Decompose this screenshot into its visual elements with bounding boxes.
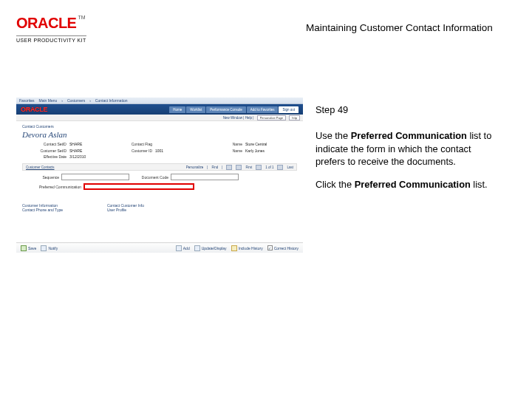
update-icon: [194, 245, 200, 251]
history-button[interactable]: Include History: [231, 245, 263, 251]
preferred-communication-list[interactable]: [83, 183, 194, 190]
next-icon[interactable]: [277, 165, 283, 170]
prev-icon[interactable]: [256, 165, 262, 170]
app-brand: ORACLE: [21, 106, 47, 113]
update-button[interactable]: Update/Display: [194, 245, 227, 251]
doccode-input[interactable]: [171, 174, 239, 180]
person-name: Devora Aslan: [22, 130, 297, 139]
nav-tabs: Home Worklist Performance Console Add to…: [169, 106, 299, 113]
sequence-label: Sequence: [22, 175, 59, 180]
pref-comm-label: Preferred Communication: [22, 185, 81, 189]
detail-grid: Contact SetIDSHARE Contact Flag NameStor…: [22, 142, 297, 153]
app-navbar: ORACLE Home Worklist Performance Console…: [16, 104, 303, 115]
form-row-2: Preferred Communication: [22, 183, 297, 190]
info-columns: Customer Information Contact Phone and T…: [22, 203, 297, 212]
tab-performance[interactable]: Performance Console: [206, 106, 246, 113]
doccode-label: Document Code: [132, 175, 168, 180]
add-button[interactable]: Add: [176, 245, 190, 251]
grid-toolbar: Customer Contacts Personalize | Find | F…: [22, 163, 297, 171]
grid-icon[interactable]: [226, 165, 232, 170]
tab-worklist[interactable]: Worklist: [186, 106, 205, 113]
effective-date: Effective Date 3/12/2010: [22, 154, 297, 159]
add-icon: [176, 245, 182, 251]
step-label: Step 49: [316, 103, 500, 116]
notify-icon: [41, 245, 47, 251]
grid-icon[interactable]: [236, 165, 242, 170]
section-crumb: Contact Customers: [22, 124, 297, 129]
save-button[interactable]: Save: [21, 245, 36, 251]
breadcrumb: Favorites Main Menu › Customers › Contac…: [16, 98, 303, 104]
sequence-input[interactable]: [61, 174, 129, 180]
app-subbar: New Window | Help | Personalize Page htt…: [16, 115, 303, 121]
trademark: TM: [78, 15, 85, 20]
notify-button[interactable]: Notify: [41, 245, 58, 251]
tab-home[interactable]: Home: [169, 106, 185, 113]
app-screenshot: Favorites Main Menu › Customers › Contac…: [16, 98, 303, 253]
brand-logo: ORACLETM USER PRODUCTIVITY KIT: [16, 15, 120, 45]
correct-button[interactable]: ✓Correct History: [267, 245, 299, 250]
instruction-line-2: Click the Preferred Communication list.: [316, 178, 500, 191]
product-subtitle: USER PRODUCTIVITY KIT: [16, 35, 86, 43]
action-bar: Save Notify Add Update/Display Include H…: [16, 242, 303, 253]
oracle-wordmark: ORACLE: [16, 15, 76, 32]
form-row: Sequence Document Code: [22, 174, 297, 180]
checkbox-icon: ✓: [267, 245, 273, 250]
instruction-panel: Step 49 Use the Preferred Communication …: [316, 103, 500, 201]
http-icon: http: [289, 115, 300, 120]
history-icon: [231, 245, 237, 251]
save-icon: [21, 245, 27, 251]
instruction-line-1: Use the Preferred Communication list to …: [316, 129, 500, 168]
tab-favorites[interactable]: Add to Favorites: [247, 106, 279, 113]
page-title: Maintaining Customer Contact Information: [306, 22, 493, 33]
tab-signout[interactable]: Sign out: [279, 106, 299, 113]
